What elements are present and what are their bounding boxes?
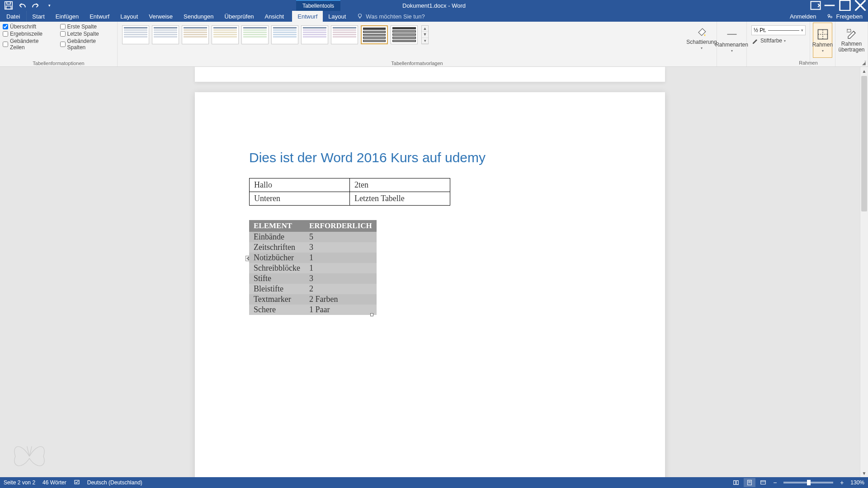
- table-cell[interactable]: 2 Farben: [305, 294, 377, 305]
- tab-layout[interactable]: Layout: [115, 11, 143, 22]
- status-word-count[interactable]: 46 Wörter: [42, 479, 66, 486]
- table-cell[interactable]: Textmarker: [249, 294, 305, 305]
- tab-ueberpruefen[interactable]: Überprüfen: [219, 11, 259, 22]
- checkbox-last-column[interactable]: Letzte Spalte: [60, 31, 114, 37]
- tab-sendungen[interactable]: Sendungen: [178, 11, 219, 22]
- status-language[interactable]: Deutsch (Deutschland): [87, 479, 142, 486]
- view-web-layout-icon[interactable]: [757, 478, 769, 487]
- zoom-level[interactable]: 130%: [850, 479, 864, 486]
- table-cell[interactable]: 2ten: [350, 178, 450, 192]
- table-style-thumb[interactable]: [152, 25, 179, 44]
- table-header-cell[interactable]: ERFORDERLICH: [305, 220, 377, 232]
- gallery-scroll-up-icon[interactable]: ▲: [422, 26, 428, 32]
- shading-button[interactable]: Schattierung ▾: [690, 23, 713, 52]
- checkbox-banded-columns[interactable]: Gebänderte Spalten: [60, 38, 114, 51]
- border-painter-button[interactable]: Rahmen übertragen: [838, 23, 865, 58]
- file-tab[interactable]: Datei: [0, 11, 27, 22]
- collapse-ribbon-icon[interactable]: ˇ: [864, 60, 866, 66]
- watermark-butterfly-icon: [9, 438, 50, 474]
- table-cell[interactable]: Hallo: [250, 178, 350, 192]
- table-cell[interactable]: 3: [305, 242, 377, 253]
- tab-ansicht[interactable]: Ansicht: [259, 11, 290, 22]
- group-table-style-options: Überschrift Ergebniszeile Gebänderte Zei…: [0, 22, 118, 66]
- signin-button[interactable]: Anmelden: [784, 13, 822, 20]
- border-painter-icon: [845, 28, 858, 40]
- table-cell[interactable]: Bleistifte: [249, 284, 305, 294]
- scroll-down-icon[interactable]: ▼: [860, 469, 868, 477]
- tab-einfuegen[interactable]: Einfügen: [50, 11, 84, 22]
- redo-icon[interactable]: [31, 1, 41, 10]
- table-cell[interactable]: Unteren: [250, 192, 350, 206]
- table-cell[interactable]: Zeitschriften: [249, 242, 305, 253]
- tab-table-entwurf[interactable]: Entwurf: [292, 11, 323, 22]
- table-style-thumb[interactable]: [271, 25, 298, 44]
- save-icon[interactable]: [4, 1, 14, 10]
- table-style-thumb[interactable]: [122, 25, 149, 44]
- zoom-slider-knob[interactable]: [807, 480, 811, 485]
- ribbon-display-options-icon[interactable]: [809, 0, 822, 11]
- table-resize-handle-icon[interactable]: [370, 313, 373, 316]
- tab-verweise[interactable]: Verweise: [143, 11, 178, 22]
- view-read-mode-icon[interactable]: [730, 478, 742, 487]
- table-cell[interactable]: 5: [305, 232, 377, 242]
- share-label: Freigeben: [836, 13, 863, 20]
- borders-label: Rahmen: [812, 42, 833, 48]
- shading-label: Schattierung: [686, 39, 717, 45]
- table-cell[interactable]: Letzten Tabelle: [350, 192, 450, 206]
- table-cell[interactable]: Schere: [249, 305, 305, 315]
- maximize-button[interactable]: [837, 0, 853, 11]
- table-cell[interactable]: Schreibblöcke: [249, 263, 305, 273]
- document-canvas[interactable]: Dies ist der Word 2016 Kurs auf udemy Ha…: [0, 67, 860, 477]
- gallery-scroll-down-icon[interactable]: ▼: [422, 32, 428, 38]
- tab-table-layout[interactable]: Layout: [323, 11, 351, 22]
- scrollbar-thumb[interactable]: [861, 76, 867, 211]
- close-button[interactable]: [853, 0, 868, 11]
- zoom-out-button[interactable]: −: [771, 479, 779, 486]
- tell-me-search[interactable]: Was möchten Sie tun?: [351, 11, 430, 22]
- table-supplies[interactable]: ELEMENTERFORDERLICHEinbände5Zeitschrifte…: [249, 220, 377, 315]
- table-cell[interactable]: 2: [305, 284, 377, 294]
- table-cell[interactable]: Notizbücher: [249, 253, 305, 263]
- table-styles-gallery[interactable]: ▲ ▼ ▾: [120, 23, 714, 47]
- tab-entwurf[interactable]: Entwurf: [84, 11, 115, 22]
- table-style-thumb[interactable]: [301, 25, 328, 44]
- pen-color-dropdown[interactable]: Stiftfarbe ▾: [751, 36, 805, 45]
- pen-weight-dropdown[interactable]: ½ Pt. ▾: [751, 25, 806, 35]
- qat-customize-icon[interactable]: ▾: [44, 1, 54, 10]
- borders-button[interactable]: Rahmen ▾: [813, 23, 832, 58]
- zoom-in-button[interactable]: +: [838, 479, 846, 486]
- border-styles-button[interactable]: Rahmenarten ▾: [720, 23, 744, 58]
- minimize-button[interactable]: [822, 0, 837, 11]
- checkbox-first-column[interactable]: Erste Spalte: [60, 23, 114, 30]
- table-cell[interactable]: Stifte: [249, 273, 305, 284]
- tab-start[interactable]: Start: [27, 11, 50, 22]
- status-spellcheck-icon[interactable]: [74, 479, 80, 487]
- view-print-layout-icon[interactable]: [744, 478, 755, 487]
- table-cell[interactable]: 1: [305, 263, 377, 273]
- scroll-up-icon[interactable]: ▲: [860, 67, 868, 75]
- table-style-thumb[interactable]: [331, 25, 358, 44]
- table-style-thumb[interactable]: [212, 25, 239, 44]
- vertical-scrollbar[interactable]: ▲ ▼: [860, 67, 868, 477]
- table-cell[interactable]: Einbände: [249, 232, 305, 242]
- table-style-thumb[interactable]: [391, 25, 418, 44]
- table-simple[interactable]: Hallo2tenUnterenLetzten Tabelle: [249, 178, 450, 206]
- gallery-more-icon[interactable]: ▾: [422, 38, 428, 44]
- table-style-thumb[interactable]: [182, 25, 209, 44]
- undo-icon[interactable]: [17, 1, 27, 10]
- document-heading[interactable]: Dies ist der Word 2016 Kurs auf udemy: [249, 150, 611, 165]
- table-cell[interactable]: 3: [305, 273, 377, 284]
- table-header-cell[interactable]: ELEMENT: [249, 220, 305, 232]
- table-style-thumb[interactable]: [361, 25, 388, 44]
- status-page[interactable]: Seite 2 von 2: [4, 479, 35, 486]
- border-line-icon: [726, 28, 738, 41]
- table-style-thumb[interactable]: [241, 25, 269, 44]
- checkbox-header-row[interactable]: Überschrift: [3, 23, 54, 30]
- zoom-slider[interactable]: [783, 482, 833, 483]
- share-button[interactable]: Freigeben: [821, 13, 868, 20]
- table-cell[interactable]: 1 Paar: [305, 305, 377, 315]
- checkbox-total-row[interactable]: Ergebniszeile: [3, 31, 54, 37]
- gallery-scroll[interactable]: ▲ ▼ ▾: [421, 25, 429, 44]
- table-cell[interactable]: 1: [305, 253, 377, 263]
- checkbox-banded-rows[interactable]: Gebänderte Zeilen: [3, 38, 54, 51]
